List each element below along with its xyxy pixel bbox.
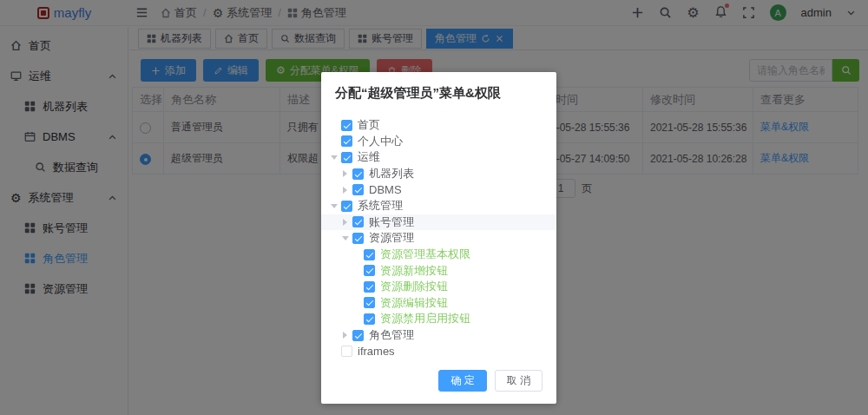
tree-node-label: iframes xyxy=(358,345,395,358)
tree-node-resource[interactable]: 资源管理 xyxy=(321,230,556,247)
tree-node-resource-add-btn[interactable]: 资源新增按钮 xyxy=(321,262,556,279)
dialog-title: 分配“超级管理员”菜单&权限 xyxy=(321,72,556,110)
tree-node-label: 资源编辑按钮 xyxy=(380,295,448,311)
checkbox-checked[interactable] xyxy=(352,216,364,227)
tree-node-label: 账号管理 xyxy=(369,214,414,230)
tree-node-label: 资源管理基本权限 xyxy=(380,247,470,262)
checkbox-checked[interactable] xyxy=(341,201,352,212)
tree-node-label: 运维 xyxy=(358,149,380,165)
tree-node-account[interactable]: 账号管理 xyxy=(321,214,556,231)
tree-node-iframes[interactable]: iframes xyxy=(321,343,556,359)
tree-node-label: 资源新增按钮 xyxy=(380,263,448,279)
caret-down-icon[interactable] xyxy=(328,201,339,212)
checkbox-checked[interactable] xyxy=(352,233,364,244)
confirm-button[interactable]: 确 定 xyxy=(438,370,486,392)
cancel-button[interactable]: 取 消 xyxy=(495,370,542,392)
checkbox-checked[interactable] xyxy=(352,168,364,180)
caret-right-icon[interactable] xyxy=(339,330,351,341)
checkbox-checked[interactable] xyxy=(341,152,352,163)
spacer xyxy=(351,265,362,276)
checkbox-checked[interactable] xyxy=(341,135,352,147)
tree-node-label: 系统管理 xyxy=(358,198,403,214)
tree-node-label: DBMS xyxy=(369,183,402,196)
tree-node-role[interactable]: 角色管理 xyxy=(321,327,556,344)
spacer xyxy=(328,346,339,357)
spacer xyxy=(351,249,362,260)
dialog-footer: 确 定 取 消 xyxy=(321,361,556,404)
caret-down-icon[interactable] xyxy=(339,233,351,244)
caret-down-icon[interactable] xyxy=(328,152,339,163)
tree-node-label: 个人中心 xyxy=(358,134,403,149)
tree-node-resource-disable-btn[interactable]: 资源禁用启用按钮 xyxy=(321,311,556,327)
tree-node-label: 资源管理 xyxy=(369,230,414,246)
tree-node-label: 资源删除按钮 xyxy=(380,279,448,294)
tree-node-resource-delete-btn[interactable]: 资源删除按钮 xyxy=(321,279,556,295)
checkbox-checked[interactable] xyxy=(364,249,375,260)
checkbox-checked[interactable] xyxy=(352,330,364,341)
spacer xyxy=(328,135,339,147)
checkbox-checked[interactable] xyxy=(341,120,352,131)
checkbox-checked[interactable] xyxy=(364,313,375,325)
spacer xyxy=(351,297,362,308)
checkbox-checked[interactable] xyxy=(364,281,375,293)
tree-node-personal-center[interactable]: 个人中心 xyxy=(321,134,556,150)
tree-node-ops[interactable]: 运维 xyxy=(321,149,556,166)
permission-tree: 首页 个人中心 运维 机器列表 DBMS 系统管理 xyxy=(321,110,556,361)
spacer xyxy=(328,120,339,131)
checkbox-checked[interactable] xyxy=(352,184,364,195)
spacer xyxy=(351,281,362,293)
tree-node-resource-base-perm[interactable]: 资源管理基本权限 xyxy=(321,247,556,263)
spacer xyxy=(351,313,362,325)
tree-node-label: 资源禁用启用按钮 xyxy=(380,311,470,326)
checkbox-checked[interactable] xyxy=(364,297,375,308)
checkbox-unchecked[interactable] xyxy=(341,346,352,357)
tree-node-dbms[interactable]: DBMS xyxy=(321,181,556,198)
caret-right-icon[interactable] xyxy=(339,216,351,227)
tree-node-label: 首页 xyxy=(358,117,380,133)
caret-right-icon[interactable] xyxy=(339,184,351,195)
checkbox-checked[interactable] xyxy=(364,265,375,276)
tree-node-machine-list[interactable]: 机器列表 xyxy=(321,166,556,182)
assign-permission-dialog: 分配“超级管理员”菜单&权限 首页 个人中心 运维 机器列表 DBMS xyxy=(321,72,556,404)
tree-node-label: 机器列表 xyxy=(369,166,414,181)
tree-node-home[interactable]: 首页 xyxy=(321,117,556,134)
caret-right-icon[interactable] xyxy=(339,168,351,180)
tree-node-label: 角色管理 xyxy=(369,327,414,343)
tree-node-system[interactable]: 系统管理 xyxy=(321,198,556,214)
tree-node-resource-edit-btn[interactable]: 资源编辑按钮 xyxy=(321,295,556,312)
